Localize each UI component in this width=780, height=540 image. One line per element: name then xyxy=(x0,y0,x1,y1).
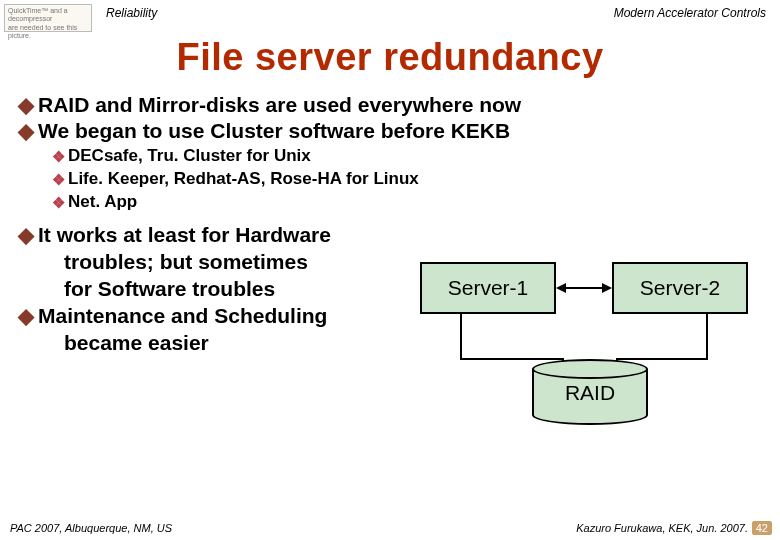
diamond-outline-icon: ❖ xyxy=(52,147,65,167)
header-right: Modern Accelerator Controls xyxy=(614,6,766,20)
bullet-4-cont1: became easier xyxy=(18,330,438,355)
connector-line xyxy=(616,358,708,360)
page-number: 42 xyxy=(752,521,772,535)
raid-cylinder: RAID xyxy=(532,369,648,415)
subbullet-1: ❖ DECsafe, Tru. Cluster for Unix xyxy=(52,145,764,167)
diamond-bullet-icon: ◆ xyxy=(18,93,34,117)
diamond-outline-icon: ❖ xyxy=(52,170,65,190)
bullet-2-text: We began to use Cluster software before … xyxy=(38,119,510,143)
footer-left: PAC 2007, Albuquerque, NM, US xyxy=(10,522,172,534)
bidirectional-arrow-icon xyxy=(556,286,612,290)
placeholder-text-1: QuickTime™ and a xyxy=(8,7,88,15)
server-1-label: Server-1 xyxy=(448,276,529,300)
subbullet-3-text: Net. App xyxy=(68,191,137,213)
bullet-1-text: RAID and Mirror-disks are used everywher… xyxy=(38,93,521,117)
slide-title: File server redundancy xyxy=(0,36,780,79)
diamond-bullet-icon: ◆ xyxy=(18,303,34,328)
lower-text-block: ◆ It works at least for Hardware trouble… xyxy=(18,222,438,356)
bullet-3-cont1: troubles; but sometimes xyxy=(18,249,438,274)
bullet-1: ◆ RAID and Mirror-disks are used everywh… xyxy=(18,93,764,117)
subbullet-1-text: DECsafe, Tru. Cluster for Unix xyxy=(68,145,311,167)
placeholder-text-2: decompressor xyxy=(8,15,88,23)
raid-label: RAID xyxy=(532,381,648,405)
diamond-outline-icon: ❖ xyxy=(52,193,65,213)
server-2-box: Server-2 xyxy=(612,262,748,314)
image-placeholder: QuickTime™ and a decompressor are needed… xyxy=(4,4,92,32)
diamond-bullet-icon: ◆ xyxy=(18,119,34,143)
bullet-4-line1: Maintenance and Scheduling xyxy=(38,303,327,328)
slide-header: QuickTime™ and a decompressor are needed… xyxy=(0,0,780,30)
server-1-box: Server-1 xyxy=(420,262,556,314)
connector-line xyxy=(460,314,462,360)
slide-footer: PAC 2007, Albuquerque, NM, US Kazuro Fur… xyxy=(0,514,780,540)
bullet-4: ◆ Maintenance and Scheduling xyxy=(18,303,438,328)
bullet-3-line1: It works at least for Hardware xyxy=(38,222,331,247)
bullet-3-cont2: for Software troubles xyxy=(18,276,438,301)
diamond-bullet-icon: ◆ xyxy=(18,222,34,247)
footer-right: Kazuro Furukawa, KEK, Jun. 2007. xyxy=(576,522,748,534)
lower-section: ◆ It works at least for Hardware trouble… xyxy=(18,222,764,356)
bullet-3-line3: for Software troubles xyxy=(64,276,275,301)
bullet-3: ◆ It works at least for Hardware xyxy=(18,222,438,247)
cluster-diagram: Server-1 Server-2 RAID xyxy=(416,244,766,444)
subbullet-2: ❖ Life. Keeper, Redhat-AS, Rose-HA for L… xyxy=(52,168,764,190)
server-2-label: Server-2 xyxy=(640,276,721,300)
subbullet-2-text: Life. Keeper, Redhat-AS, Rose-HA for Lin… xyxy=(68,168,419,190)
bullet-3-line2: troubles; but sometimes xyxy=(64,249,308,274)
placeholder-text-3: are needed to see this picture. xyxy=(8,24,88,41)
connector-line xyxy=(460,358,564,360)
bullet-4-line2: became easier xyxy=(64,330,209,355)
header-left: Reliability xyxy=(106,6,157,20)
content-area: ◆ RAID and Mirror-disks are used everywh… xyxy=(0,93,780,356)
bullet-2: ◆ We began to use Cluster software befor… xyxy=(18,119,764,143)
connector-line xyxy=(706,314,708,360)
subbullet-3: ❖ Net. App xyxy=(52,191,764,213)
